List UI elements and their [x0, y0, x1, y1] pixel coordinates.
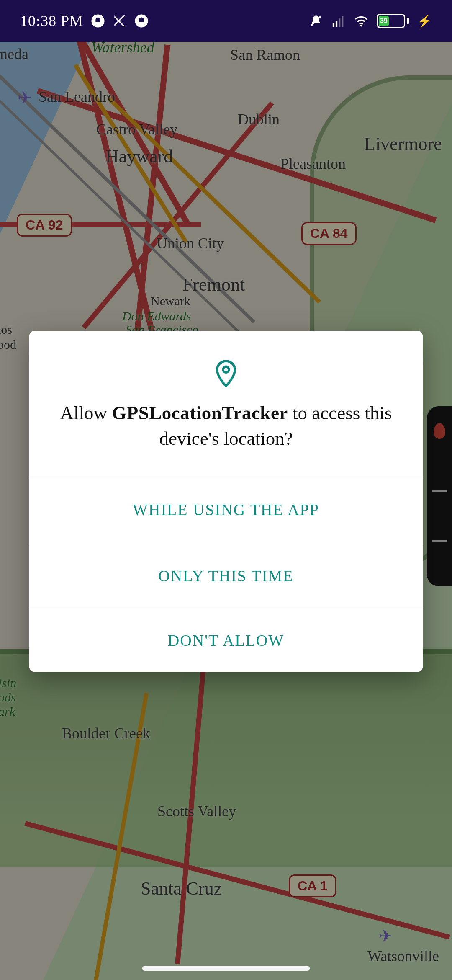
status-clock: 10:38 PM [20, 12, 83, 30]
allow-while-using-button[interactable]: WHILE USING THE APP [29, 477, 423, 543]
svg-point-7 [360, 25, 362, 27]
wifi-icon [354, 14, 368, 28]
status-icon-2 [113, 14, 127, 28]
signal-icon [331, 14, 346, 28]
svg-rect-5 [339, 18, 340, 27]
location-pin-icon [53, 360, 399, 387]
svg-rect-3 [333, 23, 334, 27]
charging-icon: ⚡ [417, 14, 432, 28]
permission-dialog: Allow GPSLocationTracker to access this … [29, 331, 423, 672]
dont-allow-button[interactable]: DON'T ALLOW [29, 609, 423, 672]
allow-only-this-time-button[interactable]: ONLY THIS TIME [29, 543, 423, 609]
svg-rect-4 [336, 21, 337, 27]
dialog-app-name: GPSLocationTracker [112, 402, 288, 423]
status-icon-1 [91, 14, 105, 28]
mute-icon [309, 14, 323, 28]
gesture-nav-bar[interactable] [142, 966, 310, 971]
status-bar: 10:38 PM 39 ⚡ [0, 0, 452, 42]
svg-point-8 [223, 366, 229, 372]
svg-rect-6 [342, 16, 343, 27]
dialog-title: Allow GPSLocationTracker to access this … [53, 400, 399, 451]
status-icon-3 [134, 14, 149, 28]
battery-indicator: 39 [377, 14, 409, 28]
